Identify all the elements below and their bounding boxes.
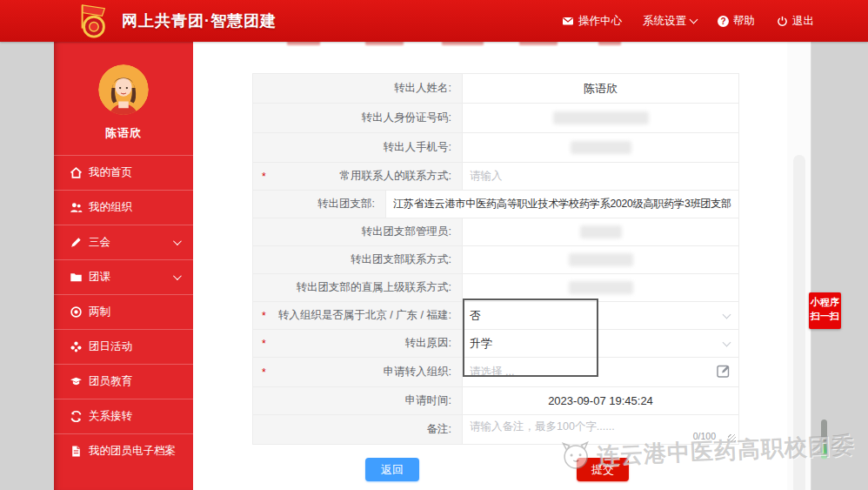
menu-logout[interactable]: 退出 <box>776 14 814 29</box>
field-label: 申请时间: <box>405 393 451 408</box>
field-label: 转出团支部: <box>317 197 375 211</box>
textarea-placeholder: 请输入备注，最多100个字...... <box>470 420 615 434</box>
file-icon <box>70 445 83 458</box>
back-button[interactable]: 返回 <box>365 458 419 481</box>
sidebar-item-label: 关系接转 <box>89 409 132 424</box>
sidebar-item-education[interactable]: 团员教育 <box>54 364 193 399</box>
field-label: 备注: <box>427 422 451 437</box>
target-icon <box>70 305 83 319</box>
power-icon <box>776 15 788 27</box>
menu-system-settings[interactable]: 系统设置 <box>643 14 697 29</box>
main-content: *转出人姓名: 陈语欣 *转出人身份证号码: *转出人手机号: *常用联系人的联… <box>193 42 787 490</box>
field-label: 转出人姓名: <box>394 81 451 96</box>
scrollbar[interactable] <box>787 42 811 490</box>
app-title: 网上共青团·智慧团建 <box>122 0 277 42</box>
field-label: 转出人手机号: <box>384 140 451 155</box>
menu-label: 帮助 <box>733 14 755 29</box>
chevron-down-icon <box>723 339 731 347</box>
menu-label: 系统设置 <box>643 14 686 29</box>
league-logo-icon <box>75 3 111 39</box>
username: 陈语欣 <box>105 125 142 141</box>
sidebar-item-transfer[interactable]: 关系接转 <box>54 399 193 433</box>
form-row-branch-admin: *转出团支部管理员: <box>253 218 738 246</box>
avatar <box>98 64 149 115</box>
header-nav: 操作中心 系统设置 ? 帮助 退出 <box>562 0 814 42</box>
pen-icon <box>70 236 83 249</box>
remark-textarea[interactable]: 请输入备注，最多100个字...... 0/100 <box>462 415 738 444</box>
sidebar-item-label: 我的团员电子档案 <box>89 444 176 459</box>
form-row-phone: *转出人手机号: <box>253 133 738 163</box>
users-icon <box>70 201 83 214</box>
submit-button[interactable]: 提交 <box>577 458 629 481</box>
sidebar-item-tuanke[interactable]: 团课 <box>54 259 193 294</box>
sidebar-item-home[interactable]: 我的首页 <box>54 155 193 190</box>
form-row-remark: *备注: 请输入备注，最多100个字...... 0/100 <box>253 415 738 445</box>
sidebar-item-sanhui[interactable]: 三会 <box>54 225 193 259</box>
app-header: 网上共青团·智慧团建 操作中心 系统设置 ? 帮助 退出 <box>0 0 868 42</box>
contact-input[interactable]: 请输入 <box>462 163 738 190</box>
redacted-value <box>569 253 633 266</box>
sidebar-item-activities[interactable]: 团日活动 <box>54 329 193 364</box>
form-row-name: *转出人姓名: 陈语欣 <box>253 74 738 104</box>
transfer-form: *转出人姓名: 陈语欣 *转出人身份证号码: *转出人手机号: *常用联系人的联… <box>252 73 739 445</box>
chevron-down-icon <box>173 237 182 245</box>
transfer-icon <box>70 410 83 423</box>
chevron-down-icon <box>173 272 182 280</box>
sidebar-item-label: 团课 <box>89 270 110 285</box>
char-counter: 0/100 <box>693 431 716 441</box>
sidebar-item-liangzhi[interactable]: 两制 <box>54 294 193 329</box>
badge-line: 小程序 <box>809 296 841 310</box>
home-icon <box>70 166 83 179</box>
sidebar-item-label: 三会 <box>89 235 110 250</box>
sidebar-item-label: 团员教育 <box>89 374 132 389</box>
redacted-value <box>569 281 633 294</box>
sidebar-item-label: 我的首页 <box>89 165 132 180</box>
field-label: 转出团支部的直属上级联系方式: <box>297 280 451 295</box>
envelope-icon <box>562 15 574 27</box>
annotation-rectangle <box>463 299 598 377</box>
menu-help[interactable]: ? 帮助 <box>718 14 755 29</box>
sidebar-item-label: 团日活动 <box>89 339 132 354</box>
form-row-branch-contact: *转出团支部联系方式: <box>253 246 738 274</box>
badge-line: 扫一扫 <box>809 310 841 324</box>
folder-icon <box>70 271 83 284</box>
sidebar-item-organization[interactable]: 我的组织 <box>54 190 193 225</box>
page: 网上共青团·智慧团建 操作中心 系统设置 ? 帮助 退出 <box>0 0 868 490</box>
sidebar-item-archive[interactable]: 我的团员电子档案 <box>54 433 193 468</box>
input-placeholder: 请输入 <box>470 169 503 184</box>
field-label: 转出原因: <box>405 336 451 351</box>
field-label: 转出团支部联系方式: <box>351 252 451 267</box>
form-row-id-number: *转出人身份证号码: <box>253 104 738 133</box>
redacted-value <box>580 225 622 238</box>
field-value: 江苏省连云港市中医药高等职业技术学校药学系2020级高职药学3班团支部 <box>393 197 731 211</box>
sidebar-item-label: 两制 <box>89 305 110 319</box>
redacted-value <box>571 141 631 154</box>
chevron-down-icon <box>723 311 731 319</box>
sidebar-item-label: 我的组织 <box>89 200 132 215</box>
form-row-apply-time: *申请时间: 2023-09-07 19:45:24 <box>253 387 738 415</box>
field-label: 转出人身份证号码: <box>362 111 451 125</box>
user-panel: 陈语欣 <box>54 42 193 141</box>
field-label: 转出团支部管理员: <box>362 225 451 239</box>
redacted-value <box>553 111 649 124</box>
scrollbar-thumb[interactable] <box>793 155 805 490</box>
edit-icon[interactable] <box>716 363 731 379</box>
field-label: 申请转入组织: <box>384 365 451 379</box>
scroll-indicator-artifact <box>821 420 827 460</box>
right-gutter <box>811 42 868 490</box>
chevron-down-icon <box>690 15 698 23</box>
field-value: 2023-09-07 19:45:24 <box>548 394 653 407</box>
form-row-out-branch: *转出团支部: 江苏省连云港市中医药高等职业技术学校药学系2020级高职药学3班… <box>253 191 738 218</box>
resize-handle-icon[interactable] <box>728 434 736 442</box>
field-label: 常用联系人的联系方式: <box>340 169 451 184</box>
menu-label: 退出 <box>792 14 814 29</box>
activity-icon <box>70 340 83 353</box>
mini-program-scan-badge[interactable]: 小程序 扫一扫 <box>809 292 841 329</box>
left-gutter <box>0 42 54 490</box>
sidebar: 陈语欣 我的首页 我的组织 三会 团课 两制 <box>54 42 193 490</box>
field-label: 转入组织是否属于北京 / 广东 / 福建: <box>278 308 451 323</box>
sidebar-menu: 我的首页 我的组织 三会 团课 两制 团日活动 <box>54 155 193 468</box>
menu-operation-center[interactable]: 操作中心 <box>562 14 622 29</box>
graduation-icon <box>70 375 83 388</box>
form-row-contact: *常用联系人的联系方式: 请输入 <box>253 163 738 191</box>
